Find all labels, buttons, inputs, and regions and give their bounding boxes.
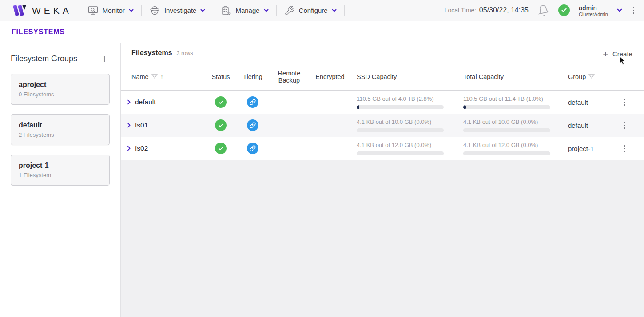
column-header-ssd-capacity[interactable]: SSD Capacity <box>350 73 457 80</box>
cluster-health-badge[interactable] <box>558 4 570 16</box>
filesystem-groups-sidebar: Filesystem Groups + aproject 0 Filesyste… <box>0 43 121 317</box>
group-card-aproject[interactable]: aproject 0 Filesystems <box>11 74 110 105</box>
create-filesystem-button[interactable]: + Create <box>591 43 644 65</box>
row-actions-menu[interactable] <box>622 120 627 131</box>
topbar-right-section: Local Time: 05/30/22, 14:35 admin Cluste… <box>445 4 636 17</box>
tiering-link-icon <box>247 143 258 154</box>
nav-item-investigate[interactable]: Investigate <box>149 5 206 16</box>
row-expander-icon[interactable] <box>127 99 131 105</box>
total-capacity-text: 4.1 KB out of 10.0 GB (0.0%) <box>463 119 564 125</box>
filesystems-table-panel: Filesystems 3 rows + Create Name ↑ Statu… <box>121 43 644 160</box>
sort-ascending-icon[interactable]: ↑ <box>160 73 164 80</box>
filesystem-name: default <box>135 98 156 106</box>
column-header-remote-backup[interactable]: Remote Backup <box>269 70 310 84</box>
add-filesystem-group-button[interactable]: + <box>99 53 110 64</box>
column-header-name[interactable]: Name ↑ <box>126 73 205 80</box>
ssd-capacity-bar <box>357 151 444 155</box>
status-ok-icon <box>215 96 227 108</box>
column-header-status[interactable]: Status <box>205 73 237 80</box>
nav-item-manage[interactable]: Manage <box>221 5 268 16</box>
filesystem-name: fs01 <box>135 121 148 129</box>
wrench-icon <box>284 5 295 16</box>
column-header-tiering[interactable]: Tiering <box>237 73 269 80</box>
group-name: default <box>19 121 102 129</box>
column-label: Group <box>568 73 586 80</box>
chevron-down-icon <box>129 9 134 12</box>
table-row[interactable]: fs01 4.1 KB out of 10.0 GB (0.0%) 4.1 KB… <box>121 114 644 137</box>
column-label: Status <box>211 73 230 80</box>
total-capacity-bar <box>463 151 550 155</box>
weka-logo-icon <box>12 4 27 16</box>
page-title: FILESYSTEMS <box>12 28 65 36</box>
weka-logo[interactable]: WEKA <box>12 4 72 16</box>
group-name: aproject <box>19 81 102 89</box>
status-ok-icon <box>215 143 227 154</box>
group-count: 1 Filesystem <box>19 172 102 178</box>
column-label: SSD Capacity <box>357 73 397 80</box>
row-actions-menu[interactable] <box>622 143 627 154</box>
table-titlebar: Filesystems 3 rows <box>121 43 644 63</box>
group-name: project-1 <box>19 162 102 170</box>
group-card-default[interactable]: default 2 Filesystems <box>11 114 110 145</box>
top-navigation-bar: WEKA Monitor Investigate <box>0 0 644 21</box>
divider <box>213 5 213 16</box>
table-header-row: Name ↑ Status Tiering Remote Backup Encr… <box>121 63 644 91</box>
ssd-capacity-cell: 4.1 KB out of 10.0 GB (0.0%) <box>350 119 457 132</box>
user-role: ClusterAdmin <box>579 12 608 17</box>
nav-item-label: Configure <box>299 7 328 14</box>
total-capacity-cell: 110.5 GB out of 11.4 TB (1.0%) <box>457 95 564 109</box>
nav-item-label: Manage <box>235 7 259 14</box>
column-label: Tiering <box>243 73 262 80</box>
table-row-count: 3 rows <box>177 50 193 56</box>
check-icon <box>561 7 567 13</box>
total-capacity-cell: 4.1 KB out of 10.0 GB (0.0%) <box>457 119 564 132</box>
notifications-bell-icon[interactable] <box>536 3 550 17</box>
column-header-total-capacity[interactable]: Total Capacity <box>457 73 564 80</box>
group-count: 2 Filesystems <box>19 131 102 138</box>
ssd-capacity-cell: 110.5 GB out of 4.0 TB (2.8%) <box>350 95 457 109</box>
monitor-icon <box>87 5 99 16</box>
main-content: Filesystems 3 rows + Create Name ↑ Statu… <box>121 43 644 317</box>
row-expander-icon[interactable] <box>127 146 131 151</box>
nav-item-label: Monitor <box>103 7 125 14</box>
ssd-capacity-cell: 4.1 KB out of 12.0 GB (0.0%) <box>350 142 457 155</box>
column-label: Remote Backup <box>269 70 310 84</box>
ssd-capacity-text: 110.5 GB out of 4.0 TB (2.8%) <box>357 95 457 102</box>
detective-icon <box>149 5 160 16</box>
row-expander-icon[interactable] <box>127 123 131 128</box>
chevron-down-icon[interactable] <box>617 8 622 12</box>
create-button-label: Create <box>612 50 632 58</box>
total-capacity-text: 110.5 GB out of 11.4 TB (1.0%) <box>463 95 564 102</box>
nav-item-configure[interactable]: Configure <box>284 5 337 16</box>
topbar-overflow-menu[interactable] <box>631 5 636 16</box>
row-actions-menu[interactable] <box>622 97 627 107</box>
table-row[interactable]: fs02 4.1 KB out of 12.0 GB (0.0%) 4.1 KB… <box>121 137 644 160</box>
user-name: admin <box>579 4 608 12</box>
column-header-group[interactable]: Group <box>564 73 614 80</box>
filesystem-name: fs02 <box>135 144 148 152</box>
filter-funnel-icon[interactable] <box>588 74 595 80</box>
group-card-project-1[interactable]: project-1 1 Filesystem <box>11 155 110 186</box>
column-header-encrypted[interactable]: Encrypted <box>310 73 350 80</box>
chevron-down-icon <box>200 9 205 12</box>
nav-item-label: Investigate <box>164 7 197 14</box>
nav-item-monitor[interactable]: Monitor <box>87 5 134 16</box>
table-title: Filesystems <box>131 49 172 57</box>
user-menu[interactable]: admin ClusterAdmin <box>579 4 608 17</box>
group-count: 0 Filesystems <box>19 91 102 98</box>
divider <box>276 5 277 16</box>
divider <box>141 5 142 16</box>
total-capacity-bar <box>463 105 550 109</box>
ssd-capacity-bar <box>357 128 444 132</box>
tiering-link-icon <box>247 119 258 131</box>
filter-funnel-icon[interactable] <box>151 74 158 80</box>
page-header: FILESYSTEMS <box>0 21 644 43</box>
local-time: Local Time: 05/30/22, 14:35 <box>445 6 529 14</box>
plus-icon: + <box>603 49 608 59</box>
group-cell: default <box>564 122 614 129</box>
table-row[interactable]: default 110.5 GB out of 4.0 TB (2.8%) 11… <box>121 91 644 114</box>
column-label: Name <box>131 73 149 80</box>
total-capacity-cell: 4.1 KB out of 12.0 GB (0.0%) <box>457 142 564 155</box>
brand-name: WEKA <box>32 5 72 16</box>
local-time-value: 05/30/22, 14:35 <box>479 6 529 14</box>
